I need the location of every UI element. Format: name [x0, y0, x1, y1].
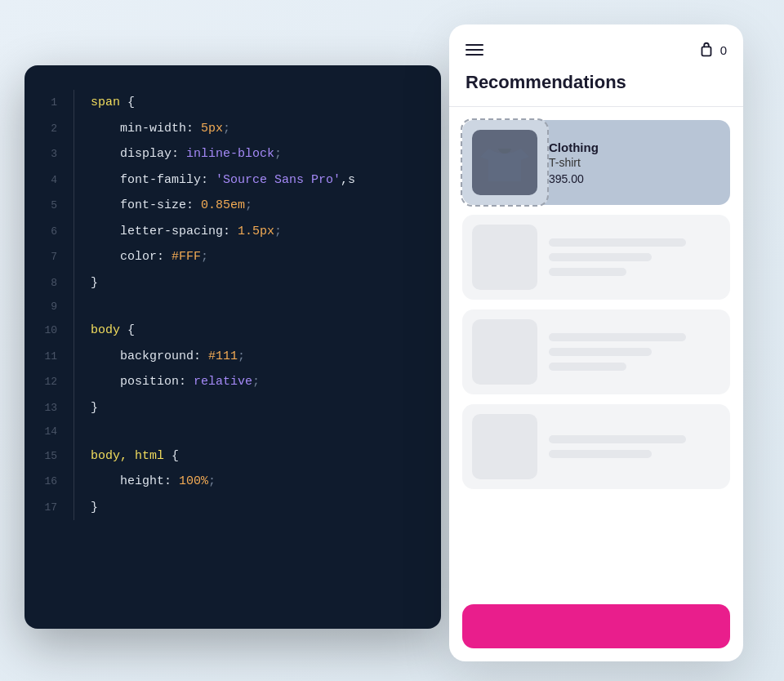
- line-separator: [74, 167, 74, 194]
- line-separator: [74, 495, 74, 521]
- code-text: font-family: 'Source Sans Pro',s: [91, 167, 355, 194]
- code-text: span {: [91, 90, 135, 116]
- line-separator: [74, 193, 74, 219]
- skeleton-line: [549, 333, 686, 341]
- line-number: 5: [24, 194, 74, 216]
- line-separator: [74, 395, 74, 421]
- line-number: 1: [24, 91, 74, 114]
- skeleton-image-1: [472, 225, 537, 290]
- line-number: 4: [24, 169, 74, 191]
- cta-button[interactable]: [462, 604, 730, 648]
- skeleton-line: [549, 450, 652, 458]
- skeleton-line: [549, 268, 626, 276]
- line-number: 15: [24, 445, 74, 467]
- code-line: 9: [24, 296, 425, 318]
- select-box-overlay: [461, 118, 549, 207]
- code-line: 1span {: [24, 90, 425, 116]
- line-number: 7: [24, 246, 74, 268]
- line-separator: [74, 219, 74, 245]
- code-text: }: [91, 270, 98, 296]
- code-text: body {: [91, 318, 135, 344]
- code-line: 11 background: #111;: [24, 344, 425, 370]
- skeleton-card-3: [462, 404, 730, 489]
- line-number: 3: [24, 143, 74, 165]
- skeleton-line: [549, 435, 686, 443]
- line-separator: [74, 90, 74, 116]
- line-separator: [74, 296, 74, 318]
- app-title: Recommendations: [466, 72, 727, 106]
- line-number: 17: [24, 496, 74, 519]
- code-text: height: 100%;: [91, 469, 216, 495]
- hamburger-menu-icon[interactable]: [466, 44, 483, 56]
- line-number: 16: [24, 470, 74, 492]
- code-line: 4 font-family: 'Source Sans Pro',s: [24, 167, 425, 194]
- skeleton-lines-1: [549, 238, 720, 276]
- cart-area: 0: [697, 41, 727, 59]
- code-text: color: #FFF;: [91, 244, 208, 270]
- code-text: }: [91, 495, 98, 521]
- line-separator: [74, 318, 74, 344]
- line-number: 2: [24, 118, 74, 140]
- code-text: min-width: 5px;: [91, 116, 230, 142]
- line-number: 8: [24, 272, 74, 294]
- mobile-app-panel: 0 Recommendations Clothing T-shirt 395.0…: [449, 24, 743, 661]
- code-line: 3 display: inline-block;: [24, 141, 425, 167]
- line-number: 14: [24, 421, 74, 443]
- code-content: 1span {2 min-width: 5px;3 display: inlin…: [24, 65, 441, 545]
- skeleton-line: [549, 253, 652, 261]
- line-number: 9: [24, 296, 74, 318]
- skeleton-image-2: [472, 319, 537, 385]
- product-info: Clothing T-shirt 395.00: [549, 140, 720, 185]
- code-text: position: relative;: [91, 369, 260, 395]
- code-text: letter-spacing: 1.5px;: [91, 219, 282, 245]
- line-number: 11: [24, 345, 74, 367]
- code-text: display: inline-block;: [91, 141, 282, 167]
- line-separator: [74, 344, 74, 370]
- featured-product-card[interactable]: Clothing T-shirt 395.00: [462, 120, 730, 205]
- product-category: Clothing: [549, 140, 720, 154]
- line-number: 10: [24, 319, 74, 341]
- svg-rect-0: [702, 47, 710, 56]
- code-line: 10body {: [24, 318, 425, 344]
- code-line: 14: [24, 421, 425, 443]
- cart-count: 0: [720, 43, 727, 57]
- line-number: 13: [24, 397, 74, 419]
- line-separator: [74, 270, 74, 296]
- code-line: 6 letter-spacing: 1.5px;: [24, 219, 425, 245]
- code-line: 15body, html {: [24, 443, 425, 470]
- line-separator: [74, 369, 74, 395]
- app-header: 0 Recommendations: [449, 24, 743, 107]
- line-separator: [74, 244, 74, 270]
- skeleton-image-3: [472, 414, 537, 479]
- code-text: background: #111;: [91, 344, 245, 370]
- code-line: 16 height: 100%;: [24, 469, 425, 495]
- cart-icon[interactable]: [697, 41, 715, 59]
- skeleton-line: [549, 348, 652, 356]
- product-name: T-shirt: [549, 156, 720, 169]
- code-line: 12 position: relative;: [24, 369, 425, 395]
- code-line: 5 font-size: 0.85em;: [24, 193, 425, 219]
- skeleton-line: [549, 363, 626, 371]
- code-text: body, html {: [91, 443, 179, 470]
- app-body: Clothing T-shirt 395.00: [449, 107, 743, 604]
- code-line: 8}: [24, 270, 425, 296]
- code-line: 2 min-width: 5px;: [24, 116, 425, 142]
- line-number: 6: [24, 220, 74, 243]
- code-editor-panel: 1span {2 min-width: 5px;3 display: inlin…: [24, 65, 441, 629]
- line-separator: [74, 421, 74, 443]
- line-separator: [74, 116, 74, 142]
- skeleton-line: [549, 238, 686, 247]
- code-line: 7 color: #FFF;: [24, 244, 425, 270]
- app-header-top: 0: [466, 41, 727, 59]
- line-separator: [74, 443, 74, 470]
- code-text: }: [91, 395, 98, 421]
- code-text: font-size: 0.85em;: [91, 193, 252, 219]
- skeleton-lines-2: [549, 333, 720, 371]
- skeleton-card-2: [462, 309, 730, 394]
- line-separator: [74, 469, 74, 495]
- line-number: 12: [24, 371, 74, 393]
- product-price: 395.00: [549, 172, 720, 185]
- code-line: 17}: [24, 495, 425, 521]
- skeleton-lines-3: [549, 435, 720, 458]
- line-separator: [74, 141, 74, 167]
